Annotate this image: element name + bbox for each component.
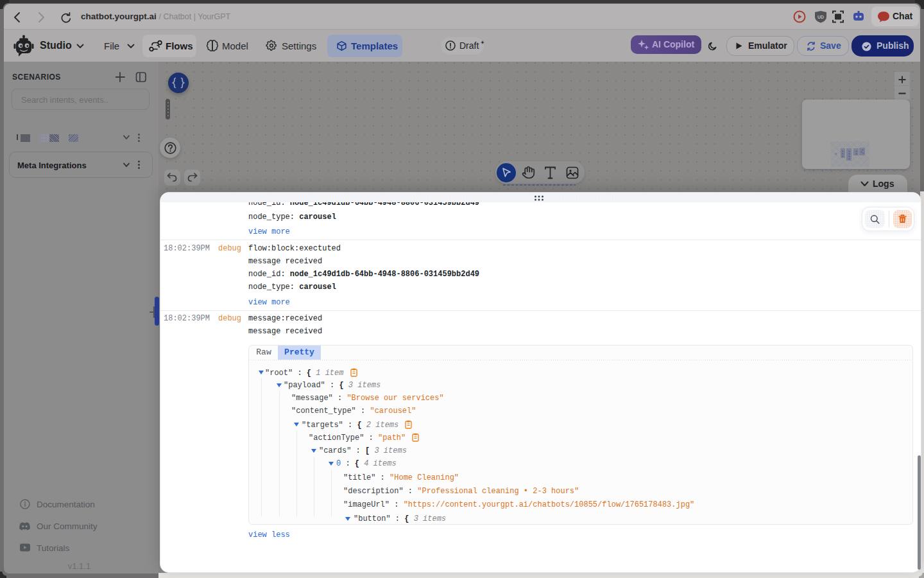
- svg-text:UD: UD: [817, 15, 824, 19]
